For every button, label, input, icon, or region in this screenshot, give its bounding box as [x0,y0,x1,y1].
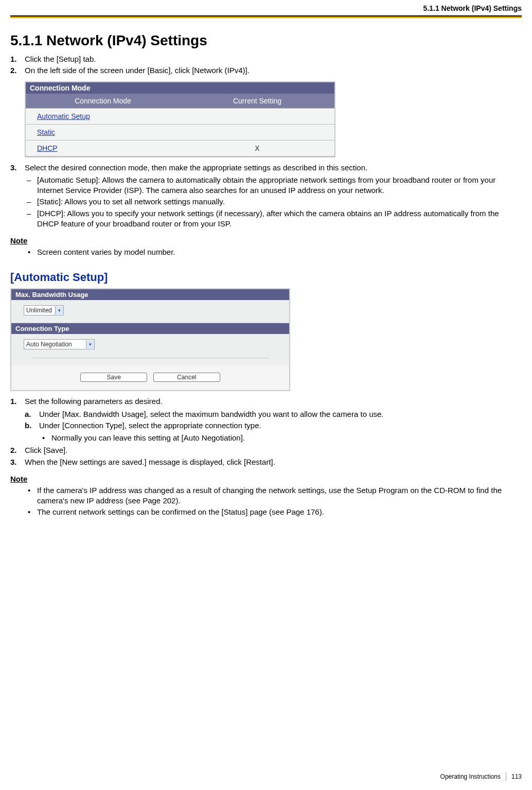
current-setting-cell: X [180,140,334,156]
step-text: When the [New settings are saved.] messa… [25,458,275,466]
mode-link-dhcp[interactable]: DHCP [26,140,180,156]
step-1: 1.Click the [Setup] tab. [25,54,522,64]
divider [31,358,270,358]
figure2-bar-conntype: Connection Type [11,323,289,334]
figure1-header-row: Connection Mode Current Setting [26,94,334,109]
figure2-bar-bandwidth: Max. Bandwidth Usage [11,289,289,300]
step-text: Click [Save]. [25,446,67,454]
section-title: 5.1.1 Network (IPv4) Settings [10,32,522,49]
note-list-b: If the camera's IP address was changed a… [10,485,522,518]
step-3: 3. Select the desired connection mode, t… [25,163,522,230]
mode-link-automatic[interactable]: Automatic Setup [26,108,180,124]
step-b2: 2.Click [Save]. [25,445,522,455]
bandwidth-select[interactable]: Unlimited ▾ [24,305,64,315]
footer-page-number: 113 [511,773,522,780]
list-item: The current network settings can be conf… [37,507,522,517]
note-heading: Note [10,236,522,245]
list-item: Normally you can leave this setting at [… [51,433,522,443]
substep-a: a.Under [Max. Bandwidth Usage], select t… [39,409,522,419]
step-text: Set the following parameters as desired. [25,397,163,406]
cancel-button[interactable]: Cancel [153,373,220,382]
procedure-list-b: 1. Set the following parameters as desir… [10,396,522,467]
page-footer: Operating Instructions 113 [440,773,522,781]
figure2-row-bandwidth: Unlimited ▾ [11,300,289,323]
list-item: Screen content varies by model number. [37,247,522,257]
figure1-col-current: Current Setting [180,94,334,109]
step-text: Click the [Setup] tab. [25,55,96,63]
table-row: Automatic Setup [26,108,334,124]
mode-link-static[interactable]: Static [26,124,180,140]
chevron-down-icon: ▾ [86,340,94,348]
step-2: 2.On the left side of the screen under [… [25,65,522,76]
current-setting-cell [180,108,334,124]
list-item: [DHCP]: Allows you to specify your netwo… [37,208,522,230]
step-3-sublist: [Automatic Setup]: Allows the camera to … [25,175,522,229]
conntype-select[interactable]: Auto Negotiation ▾ [24,339,95,349]
figure1-col-mode: Connection Mode [26,94,180,109]
substep-b: b.Under [Connection Type], select the ap… [39,420,522,444]
figure2-footer: Save Cancel [11,365,289,390]
note-heading: Note [10,475,522,483]
figure2-row-conntype: Auto Negotiation ▾ [11,334,289,365]
step-text: Under [Max. Bandwidth Usage], select the… [39,410,384,418]
table-row: Static [26,124,334,140]
running-header: 5.1.1 Network (IPv4) Settings [10,0,522,12]
step-b1-sublist: a.Under [Max. Bandwidth Usage], select t… [25,409,522,444]
procedure-list-a-cont: 3. Select the desired connection mode, t… [10,163,522,230]
figure-connection-mode: Connection Mode Connection Mode Current … [25,81,335,157]
figure1-titlebar: Connection Mode [26,82,334,94]
step-text: Under [Connection Type], select the appr… [39,421,261,430]
bandwidth-select-value: Unlimited [24,307,55,314]
footer-divider [506,773,506,781]
current-setting-cell [180,124,334,140]
chevron-down-icon: ▾ [55,306,63,314]
list-item: [Automatic Setup]: Allows the camera to … [37,175,522,196]
step-b3: 3.When the [New settings are saved.] mes… [25,457,522,467]
step-b1: 1. Set the following parameters as desir… [25,396,522,443]
procedure-list-a: 1.Click the [Setup] tab. 2.On the left s… [10,54,522,76]
step-text: On the left side of the screen under [Ba… [25,66,250,75]
conntype-select-value: Auto Negotiation [24,341,86,348]
table-row: DHCP X [26,140,334,156]
subhead-automatic-setup: [Automatic Setup] [10,271,522,284]
figure-automatic-setup: Max. Bandwidth Usage Unlimited ▾ Connect… [10,288,290,391]
substep-b-bullets: Normally you can leave this setting at [… [39,433,522,443]
header-rule [10,15,522,18]
note-list-a: Screen content varies by model number. [10,247,522,257]
list-item: [Static]: Allows you to set all network … [37,197,522,207]
step-text: Select the desired connection mode, then… [25,163,367,172]
save-button[interactable]: Save [80,373,147,382]
footer-label: Operating Instructions [440,773,501,780]
list-item: If the camera's IP address was changed a… [37,485,522,506]
figure1-table: Connection Mode Current Setting Automati… [26,94,334,156]
